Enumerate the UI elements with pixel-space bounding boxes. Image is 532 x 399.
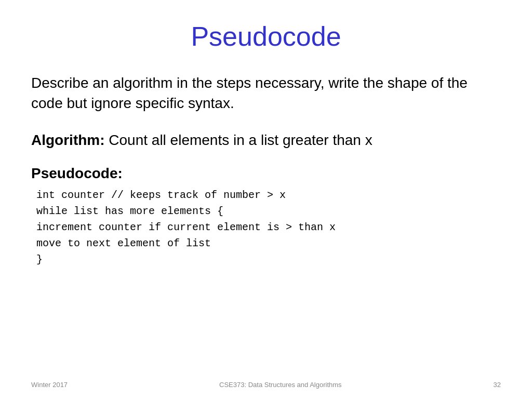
code-line-4: move to next element of list (36, 235, 501, 251)
footer-left: Winter 2017 (31, 381, 68, 389)
algorithm-label: Algorithm: Count all elements in a list … (31, 132, 501, 149)
code-block: int counter // keeps track of number > x… (36, 187, 501, 268)
description-text: Describe an algorithm in the steps neces… (31, 73, 501, 113)
algorithm-text: Count all elements in a list greater tha… (105, 132, 373, 148)
slide: Pseudocode Describe an algorithm in the … (0, 0, 532, 399)
footer-center: CSE373: Data Structures and Algorithms (219, 381, 342, 389)
code-line-1: int counter // keeps track of number > x (36, 187, 501, 203)
algorithm-heading: Algorithm: (31, 132, 105, 148)
footer: Winter 2017 CSE373: Data Structures and … (0, 381, 532, 389)
footer-right: 32 (494, 381, 501, 389)
code-line-3: increment counter if current element is … (36, 219, 501, 235)
pseudocode-heading: Pseudocode: (31, 165, 501, 182)
code-line-5: } (36, 251, 501, 268)
code-line-2: while list has more elements { (36, 203, 501, 219)
slide-title: Pseudocode (31, 21, 501, 52)
